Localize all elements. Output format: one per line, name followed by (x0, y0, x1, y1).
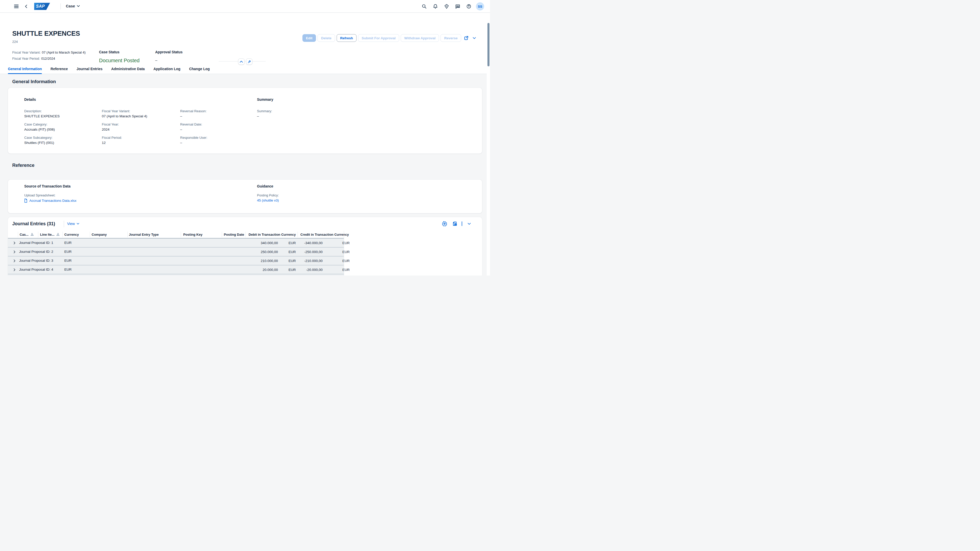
reference-heading: Reference (12, 163, 35, 168)
table-row[interactable]: Journal Proposal ID: 5 EUR 240.000,00EUR… (8, 274, 344, 275)
document-icon (24, 198, 27, 203)
column-case[interactable]: Cas... (20, 231, 34, 238)
fiscal-year-variant-row: Fiscal Year Variant:07 (April to Marach … (12, 51, 86, 54)
table-menu-chevron-icon[interactable] (466, 221, 473, 227)
tab-reference[interactable]: Reference (51, 64, 68, 74)
tab-journal-entries[interactable]: Journal Entries (76, 64, 103, 74)
approval-status-label: Approval Status (155, 50, 183, 54)
journal-entries-table: Cas... Line Ite... Currency Company Jour… (8, 231, 344, 275)
shell-bar: SAP Case SS (0, 0, 490, 13)
journal-entries-toolbar: Journal Entries (31) View (8, 217, 482, 231)
edit-button[interactable]: Edit (302, 34, 316, 42)
share-icon[interactable] (463, 35, 469, 41)
fiscal-year-variant-field: Fiscal Year Variant:07 (April to Marach … (102, 109, 147, 119)
help-icon[interactable] (465, 3, 473, 10)
journal-entries-card: Journal Entries (31) View Cas... (8, 217, 482, 275)
sort-icon (56, 233, 59, 236)
general-information-heading: General Information (12, 79, 56, 84)
posting-policy-label: Posting Policy: (257, 193, 279, 198)
view-dropdown[interactable]: View (67, 222, 80, 226)
tab-general-information[interactable]: General Information (8, 64, 42, 74)
column-journal-entry-type[interactable]: Journal Entry Type (129, 231, 159, 238)
table-row[interactable]: Journal Proposal ID: 3 EUR 210.000,00EUR… (8, 256, 344, 265)
collapse-header-button[interactable] (238, 59, 245, 65)
page-title: SHUTTLE EXPENCES (12, 30, 80, 38)
table-tools (441, 221, 473, 227)
table-row[interactable]: Journal Proposal ID: 2 EUR 250.000,00EUR… (8, 248, 344, 256)
tab-change-log[interactable]: Change Log (189, 64, 210, 74)
case-status-label: Case Status (99, 50, 119, 54)
assistant-diamond-icon[interactable] (443, 3, 450, 10)
description-field: Description:SHUTTLE EXPENCES (24, 109, 60, 119)
export-to-spreadsheet-icon[interactable] (452, 221, 458, 227)
chevron-down-icon (77, 5, 80, 7)
summary-group-title: Summary (257, 97, 273, 102)
expand-row-icon[interactable] (13, 259, 16, 263)
submit-for-approval-button[interactable]: Submit For Approval (358, 34, 399, 42)
search-icon[interactable] (420, 3, 428, 10)
scrollbar-thumb[interactable] (487, 23, 490, 66)
menu-icon[interactable] (13, 3, 20, 10)
withdraw-approval-button[interactable]: Withdraw Approval (401, 34, 439, 42)
column-credit[interactable]: Credit in Transaction Currency (299, 231, 349, 238)
menu-separator (462, 221, 462, 226)
app-title: Case (66, 4, 75, 8)
app-title-menu[interactable]: Case (66, 4, 80, 8)
chevron-down-icon (76, 223, 80, 225)
fiscal-year-field: Fiscal Year:2024 (102, 122, 119, 132)
fiscal-year-period-row: Fiscal Year Period:012/2024 (12, 57, 55, 60)
reversal-reason-field: Reversal Reason:– (180, 109, 207, 119)
table-header-row: Cas... Line Ite... Currency Company Jour… (8, 231, 344, 238)
table-settings-gear-icon[interactable] (441, 221, 448, 227)
details-group-title: Details (24, 97, 36, 102)
column-currency[interactable]: Currency (64, 231, 79, 238)
page-scrollbar (487, 13, 490, 275)
anchor-tab-bar: General Information Reference Journal En… (0, 64, 490, 74)
more-actions-chevron-icon[interactable] (471, 35, 477, 41)
case-status-value: Document Posted (99, 58, 140, 64)
expand-row-icon[interactable] (13, 241, 16, 245)
fiscal-period-field: Fiscal Period:12 (102, 135, 122, 145)
sap-logo: SAP (34, 3, 50, 10)
guidance-title: Guidance (257, 184, 273, 188)
delete-button[interactable]: Delete (318, 34, 335, 42)
expand-row-icon[interactable] (13, 268, 16, 272)
header-action-bar: Edit Delete Refresh Submit For Approval … (302, 34, 477, 42)
posting-policy-link[interactable]: 45 (shuttle v3) (257, 198, 279, 202)
column-posting-date[interactable]: Posting Date (224, 231, 244, 238)
tab-administrative-data[interactable]: Administrative Data (111, 64, 145, 74)
approval-status-value: – (155, 58, 157, 62)
refresh-button[interactable]: Refresh (337, 34, 356, 42)
source-of-transaction-data-title: Source of Transaction Data (24, 184, 70, 188)
responsible-user-field: Responsible User:– (180, 135, 207, 145)
user-avatar[interactable]: SS (476, 2, 484, 11)
shell-separator (60, 3, 61, 10)
column-posting-key[interactable]: Posting Key (183, 231, 202, 238)
spreadsheet-file-link[interactable]: Accrual Transactions Data.xlsx (24, 198, 76, 203)
chevron-up-icon (240, 60, 243, 63)
object-id: 224 (12, 40, 18, 44)
tab-application-log[interactable]: Application Log (153, 64, 180, 74)
reverse-button[interactable]: Reverse (441, 34, 461, 42)
feedback-chat-icon[interactable] (454, 3, 461, 10)
expand-row-icon[interactable] (13, 250, 16, 254)
upload-spreadsheet-label: Upload Spreadsheet: (24, 193, 56, 198)
case-subcategory-field: Case Subcategory:Shuttles (FIT) (001) (24, 135, 54, 145)
table-row[interactable]: Journal Proposal ID: 1 EUR 340.000,00EUR… (8, 238, 344, 248)
table-row[interactable]: Journal Proposal ID: 4 EUR 20.000,00EUR … (8, 265, 344, 274)
reversal-date-field: Reversal Date:– (180, 122, 202, 132)
column-company[interactable]: Company (92, 231, 107, 238)
notifications-icon[interactable] (431, 3, 439, 10)
column-line-item[interactable]: Line Ite... (40, 231, 59, 238)
pin-header-button[interactable] (246, 59, 252, 65)
sort-icon (30, 233, 34, 236)
summary-field: Summary:– (257, 109, 272, 119)
back-icon[interactable] (22, 3, 30, 10)
general-information-card: Details Summary Description:SHUTTLE EXPE… (8, 88, 482, 154)
column-debit[interactable]: Debit in Transaction Currency (246, 231, 296, 238)
journal-entries-title: Journal Entries (31) (12, 221, 55, 227)
case-category-field: Case Category:Accruals (FIT) (006) (24, 122, 55, 132)
pin-icon (248, 60, 251, 64)
reference-card: Source of Transaction Data Upload Spread… (8, 179, 482, 213)
